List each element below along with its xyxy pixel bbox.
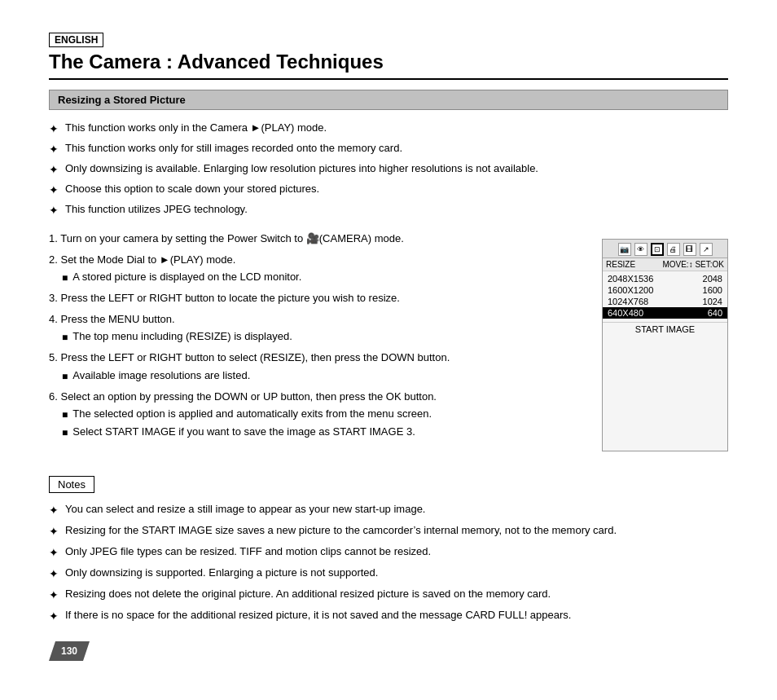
note-text: Resizing for the START IMAGE size saves …	[65, 522, 617, 539]
step-number: 6.	[49, 390, 58, 403]
step-number: 2.	[49, 253, 58, 266]
sub-item: ■ A stored picture is displayed on the L…	[49, 269, 586, 285]
sub-bullet-icon: ■	[62, 407, 68, 422]
menu-row-right: 1024	[703, 297, 722, 306]
step-text: Press the LEFT or RIGHT button to locate…	[60, 292, 399, 304]
steps-list: 1. Turn on your camera by setting the Po…	[49, 231, 586, 440]
note-item: ✦Only downsizing is supported. Enlarging…	[49, 565, 728, 583]
icon-resize: ⊡	[651, 243, 664, 256]
bullet-item: ✦This function works only in the Camera …	[49, 120, 728, 138]
bullet-text: Choose this option to scale down your st…	[65, 181, 319, 197]
notes-list: ✦You can select and resize a still image…	[49, 501, 728, 625]
bullet-item: ✦Only downsizing is available. Enlarging…	[49, 161, 728, 178]
note-bullet-icon: ✦	[49, 587, 59, 604]
notes-section: Notes ✦You can select and resize a still…	[49, 476, 728, 625]
note-bullet-icon: ✦	[49, 544, 59, 561]
menu-header: RESIZE MOVE:↕ SET:OK	[603, 258, 727, 271]
bullet-text: Only downsizing is available. Enlarging …	[65, 161, 538, 177]
note-item: ✦You can select and resize a still image…	[49, 501, 728, 519]
bullet-text: This function utilizes JPEG technology.	[65, 201, 248, 218]
bullet-text: This function works only for still image…	[65, 140, 402, 156]
note-text: Only JPEG file types can be resized. TIF…	[65, 544, 431, 560]
sub-item: ■ Select START IMAGE if you want to save…	[49, 424, 586, 440]
step-text: Set the Mode Dial to ►(PLAY) mode.	[60, 253, 235, 266]
menu-row: 1600X12001600	[603, 284, 727, 296]
note-text: Resizing does not delete the original pi…	[65, 586, 551, 602]
note-bullet-icon: ✦	[49, 608, 59, 625]
note-bullet-icon: ✦	[49, 523, 59, 540]
menu-row-right: 640	[708, 308, 722, 318]
step-number: 5.	[49, 351, 58, 363]
step-text: Select an option by pressing the DOWN or…	[60, 390, 437, 403]
sub-item: ■ The selected option is applied and aut…	[49, 406, 586, 422]
menu-start-image: START IMAGE	[603, 322, 727, 336]
step-text: Turn on your camera by setting the Power…	[60, 232, 404, 244]
page-number-box: 130	[49, 641, 90, 661]
menu-row: 2048X15362048	[603, 273, 727, 284]
bullet-text: This function works only in the Camera ►…	[65, 120, 327, 136]
bullet-item: ✦This function works only for still imag…	[49, 140, 728, 158]
sub-bullet-icon: ■	[62, 330, 68, 345]
icon-film: 🎞	[683, 243, 696, 256]
step-item: 3. Press the LEFT or RIGHT button to loc…	[49, 290, 586, 306]
step-number: 4.	[49, 313, 58, 325]
sub-item: ■ Available image resolutions are listed…	[49, 368, 586, 384]
menu-row-left: 1600X1200	[608, 285, 653, 295]
note-bullet-icon: ✦	[49, 502, 59, 519]
step-text: Press the MENU button.	[60, 313, 174, 325]
note-item: ✦Resizing for the START IMAGE size saves…	[49, 522, 728, 540]
page-number-area: 130	[49, 641, 728, 661]
menu-row: 640X480640	[603, 307, 727, 319]
bullet-icon: ✦	[49, 161, 59, 178]
sub-item: ■ The top menu including (RESIZE) is dis…	[49, 328, 586, 345]
bullet-item: ✦This function utilizes JPEG technology.	[49, 201, 728, 219]
bullet-icon: ✦	[49, 141, 59, 158]
note-text: You can select and resize a still image …	[65, 501, 425, 517]
sub-bullet-icon: ■	[62, 271, 68, 285]
menu-row-right: 1600	[703, 285, 722, 295]
notes-badge: Notes	[49, 476, 94, 493]
sub-text: The top menu including (RESIZE) is displ…	[72, 328, 292, 345]
menu-label: RESIZE	[606, 260, 635, 269]
bullet-item: ✦Choose this option to scale down your s…	[49, 181, 728, 199]
bullet-icon: ✦	[49, 202, 59, 219]
sub-text: A stored picture is displayed on the LCD…	[72, 269, 301, 285]
english-badge: ENGLISH	[49, 33, 103, 47]
menu-row-left: 640X480	[608, 308, 643, 318]
menu-panel: 📷 👁 ⊡ 🖨 🎞 ↗ RESIZE MOVE:↕ SET:OK 2048X15…	[602, 239, 728, 451]
intro-bullets: ✦This function works only in the Camera …	[49, 120, 728, 219]
section-header: Resizing a Stored Picture	[49, 90, 728, 110]
menu-icons-row: 📷 👁 ⊡ 🖨 🎞 ↗	[603, 240, 727, 258]
step-item: 4. Press the MENU button. ■ The top menu…	[49, 311, 586, 346]
sub-bullet-icon: ■	[62, 369, 68, 384]
note-item: ✦Only JPEG file types can be resized. TI…	[49, 544, 728, 561]
menu-row-left: 2048X1536	[608, 274, 653, 284]
icon-eye: 👁	[634, 243, 648, 256]
menu-row: 1024X7681024	[603, 296, 727, 307]
icon-share: ↗	[700, 243, 713, 256]
sub-text: Available image resolutions are listed.	[72, 368, 250, 384]
icon-print: 🖨	[667, 243, 680, 256]
note-bullet-icon: ✦	[49, 566, 59, 583]
bullet-icon: ✦	[49, 121, 59, 138]
menu-row-left: 1024X768	[608, 297, 648, 306]
step-item: 6. Select an option by pressing the DOWN…	[49, 389, 586, 441]
sub-text: The selected option is applied and autom…	[72, 406, 432, 422]
sub-bullet-icon: ■	[62, 425, 68, 440]
note-text: If there is no space for the additional …	[65, 607, 571, 623]
step-number: 3.	[49, 292, 58, 304]
menu-rows: 2048X153620481600X120016001024X768102464…	[603, 271, 727, 320]
note-item: ✦If there is no space for the additional…	[49, 607, 728, 625]
note-text: Only downsizing is supported. Enlarging …	[65, 565, 378, 581]
note-item: ✦Resizing does not delete the original p…	[49, 586, 728, 604]
step-item: 1. Turn on your camera by setting the Po…	[49, 231, 586, 247]
icon-camera: 📷	[618, 243, 631, 256]
sub-text: Select START IMAGE if you want to save t…	[72, 424, 415, 440]
step-number: 1.	[49, 232, 58, 244]
menu-move-label: MOVE:↕ SET:OK	[662, 260, 724, 269]
step-text: Press the LEFT or RIGHT button to select…	[60, 351, 450, 363]
page-number: 130	[61, 645, 77, 657]
steps-area: 1. Turn on your camera by setting the Po…	[49, 231, 586, 451]
step-item: 2. Set the Mode Dial to ►(PLAY) mode. ■ …	[49, 252, 586, 286]
page-title: The Camera : Advanced Techniques	[49, 51, 728, 80]
